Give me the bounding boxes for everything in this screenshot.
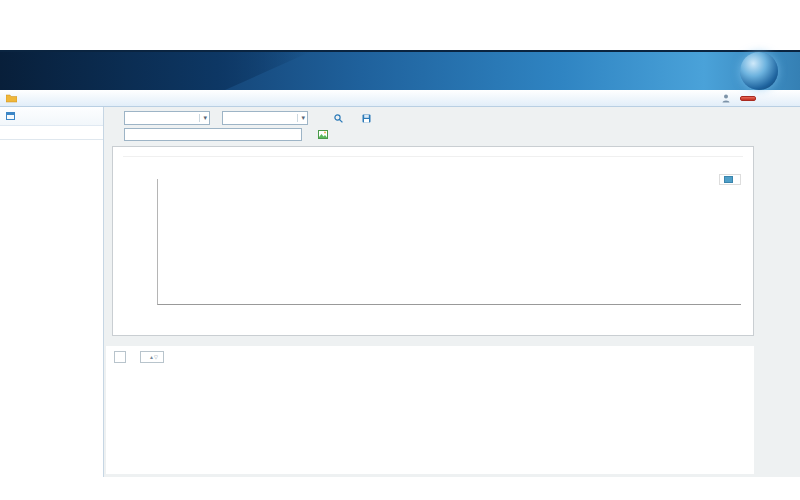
legend-swatch (724, 176, 733, 183)
content-panel: ▾ ▾ (104, 107, 800, 477)
bar-plot (157, 179, 741, 305)
logout-button[interactable] (740, 96, 756, 101)
app-window: ▾ ▾ (0, 50, 800, 477)
user-icon (722, 94, 730, 103)
magnifier-icon (334, 114, 343, 123)
x-axis-ticks (157, 307, 741, 317)
breadcrumb-bar (0, 90, 800, 107)
page: ▾ ▾ (0, 0, 800, 500)
start-year-select[interactable]: ▾ (124, 111, 210, 125)
sort-icons[interactable]: ▲▽ (149, 354, 158, 360)
chart-title (123, 147, 743, 157)
end-year-select[interactable]: ▾ (222, 111, 308, 125)
year-sort-control[interactable]: ▲▽ (140, 351, 164, 363)
measure-selector[interactable] (114, 351, 126, 363)
sidebar-tree (0, 126, 103, 140)
toolbar-row-1: ▾ ▾ (118, 110, 800, 126)
chart-title-input[interactable] (124, 128, 302, 141)
chart-panel (112, 146, 754, 336)
calc-result-button[interactable] (334, 114, 346, 123)
app-header (0, 50, 800, 90)
data-download-button[interactable] (362, 114, 374, 123)
image-icon (318, 130, 328, 139)
breadcrumb (6, 94, 722, 103)
toolbar-row-2 (118, 126, 800, 142)
save-disk-icon (362, 114, 371, 123)
table-controls: ▲▽ (114, 351, 751, 363)
save-image-button[interactable] (318, 130, 331, 139)
main-area: ▾ ▾ (0, 107, 800, 477)
folder-icon (6, 94, 17, 103)
top-nav (334, 52, 768, 90)
chevron-down-icon: ▾ (297, 114, 305, 122)
chart-legend (719, 174, 741, 185)
sidebar-title (0, 107, 103, 126)
menu-window-icon (6, 112, 15, 120)
chevron-down-icon: ▾ (199, 114, 207, 122)
sidebar (0, 107, 104, 477)
toolbar: ▾ ▾ (104, 107, 800, 144)
user-area (722, 94, 756, 103)
plot-area (157, 179, 741, 305)
data-table-panel: ▲▽ (106, 346, 754, 474)
